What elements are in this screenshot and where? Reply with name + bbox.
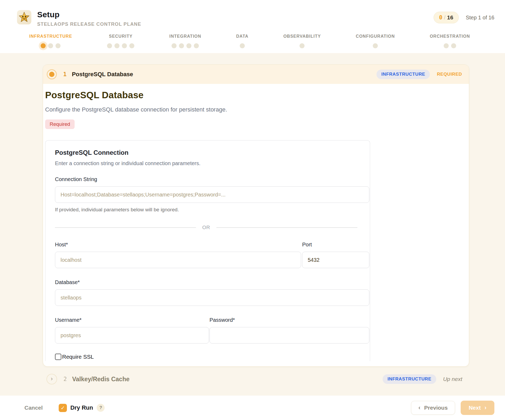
progress-slash: /: [444, 15, 446, 21]
phase-dot: [373, 43, 378, 48]
phase-dot: [107, 43, 112, 48]
phase-dot: [444, 43, 449, 48]
require-ssl-label: Require SSL: [62, 354, 94, 360]
step-description: Configure the PostgreSQL database connec…: [45, 106, 458, 113]
previous-button[interactable]: ‹ Previous: [411, 401, 455, 415]
previous-button-label: Previous: [424, 405, 448, 411]
password-label: Password*: [209, 317, 369, 323]
phase-security: SECURITY: [107, 34, 134, 49]
chevron-right-icon: ›: [485, 405, 486, 411]
checkmark-icon: ✓: [61, 405, 65, 411]
require-ssl-checkbox[interactable]: [55, 354, 61, 360]
phase-orchestration: ORCHESTRATION: [430, 34, 470, 49]
phase-data: DATA: [236, 34, 248, 49]
expand-next-step-button[interactable]: ›: [46, 374, 57, 384]
wizard-footer: Cancel ✓ Dry Run ? ‹ Previous Next ›: [0, 396, 505, 420]
phase-label: CONFIGURATION: [356, 34, 395, 39]
dry-run-checkbox[interactable]: ✓: [59, 404, 67, 412]
phase-observability: OBSERVABILITY: [283, 34, 321, 49]
phase-label: ORCHESTRATION: [430, 34, 470, 39]
connection-form-card: PostgreSQL Connection Enter a connection…: [45, 140, 370, 361]
form-title: PostgreSQL Connection: [55, 149, 369, 156]
progress-total: 16: [447, 14, 453, 21]
phase-dot: [240, 43, 245, 48]
active-step-radio-icon: [47, 69, 57, 79]
or-divider: OR: [55, 225, 357, 230]
host-input[interactable]: [55, 252, 301, 268]
phase-dots: [172, 42, 199, 49]
phase-dot: [129, 43, 134, 48]
chevron-left-icon: ‹: [418, 405, 420, 411]
next-button-label: Next: [469, 405, 481, 411]
form-subtitle: Enter a connection string or individual …: [55, 160, 369, 166]
connection-string-helper: If provided, individual parameters below…: [55, 207, 369, 213]
setup-phases: INFRASTRUCTURESECURITYINTEGRATIONDATAOBS…: [17, 34, 494, 49]
category-badge: INFRASTRUCTURE: [376, 70, 430, 79]
port-input[interactable]: [302, 252, 369, 268]
password-input[interactable]: [209, 327, 369, 344]
phase-dot: [299, 43, 305, 48]
progress-completed: 0: [439, 14, 443, 21]
dry-run-help-button[interactable]: ?: [97, 404, 105, 412]
phase-dot: [179, 43, 184, 48]
phase-dot: [48, 43, 53, 48]
port-label: Port: [302, 242, 369, 248]
next-button[interactable]: Next ›: [461, 401, 494, 415]
phase-dots: [373, 42, 378, 49]
username-label: Username*: [55, 317, 209, 323]
step-indicator: Step 1 of 16: [466, 15, 494, 21]
phase-dots: [299, 42, 305, 49]
required-pill: Required: [45, 119, 75, 129]
phase-dots: [444, 42, 456, 49]
phase-dot: [186, 43, 191, 48]
next-step-row[interactable]: › 2 Valkey/Redis Cache INFRASTRUCTURE Up…: [43, 374, 469, 384]
phase-dot: [41, 43, 46, 48]
host-label: Host*: [55, 242, 301, 248]
step-title: PostgreSQL Database: [72, 71, 133, 78]
active-step-card: 1 PostgreSQL Database INFRASTRUCTURE REQ…: [43, 65, 469, 367]
help-icon: ?: [99, 405, 102, 410]
phase-dot: [114, 43, 119, 48]
dry-run-label: Dry Run: [70, 404, 93, 411]
phase-integration: INTEGRATION: [169, 34, 201, 49]
phase-label: INTEGRATION: [169, 34, 201, 39]
stellaops-logo: [17, 10, 31, 24]
step-heading: PostgreSQL Database: [45, 90, 458, 100]
setup-wizard: Setup STELLAOPS RELEASE CONTROL PLANE 0 …: [0, 0, 505, 420]
phase-configuration: CONFIGURATION: [356, 34, 395, 49]
page-subtitle: STELLAOPS RELEASE CONTROL PLANE: [37, 22, 141, 27]
next-step-category-badge: INFRASTRUCTURE: [383, 374, 436, 384]
phase-dots: [41, 42, 61, 49]
main-content: 1 PostgreSQL Database INFRASTRUCTURE REQ…: [0, 53, 505, 396]
phase-infrastructure: INFRASTRUCTURE: [29, 34, 72, 49]
database-label: Database*: [55, 279, 369, 285]
phase-dot: [55, 43, 61, 48]
progress-badge: 0 / 16: [434, 12, 459, 23]
phase-label: INFRASTRUCTURE: [29, 34, 72, 39]
up-next-label: Up next: [443, 376, 462, 382]
phase-label: OBSERVABILITY: [283, 34, 321, 39]
phase-label: SECURITY: [109, 34, 132, 39]
phase-dot: [451, 43, 456, 48]
database-input[interactable]: [55, 289, 369, 306]
chevron-right-icon: ›: [51, 376, 53, 382]
next-step-number: 2: [63, 376, 67, 382]
page-title: Setup: [37, 10, 141, 19]
step-card-header[interactable]: 1 PostgreSQL Database INFRASTRUCTURE REQ…: [43, 65, 469, 84]
required-flag: REQUIRED: [437, 72, 462, 77]
phase-dot: [122, 43, 127, 48]
top-header: Setup STELLAOPS RELEASE CONTROL PLANE 0 …: [0, 0, 505, 53]
connection-string-input[interactable]: [55, 186, 369, 203]
step-number: 1: [63, 71, 67, 78]
phase-label: DATA: [236, 34, 248, 39]
cancel-button[interactable]: Cancel: [24, 405, 43, 411]
step-card-body: PostgreSQL Database Configure the Postgr…: [43, 84, 469, 366]
phase-dot: [194, 43, 199, 48]
next-step-title: Valkey/Redis Cache: [72, 376, 130, 383]
phase-dots: [107, 42, 134, 49]
username-input[interactable]: [55, 327, 209, 344]
connection-string-label: Connection String: [55, 176, 369, 182]
star-icon: [18, 11, 30, 23]
or-label: OR: [202, 225, 210, 230]
phase-dot: [172, 43, 177, 48]
